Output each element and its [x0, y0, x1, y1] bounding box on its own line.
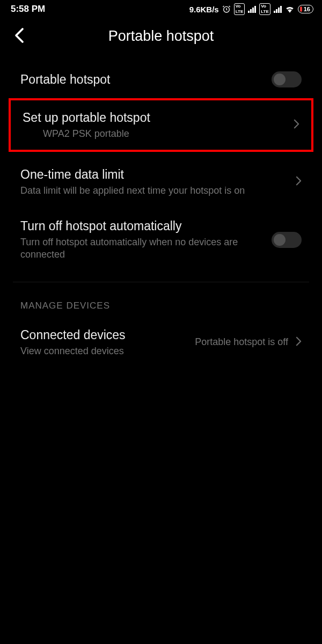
- wifi-icon: [285, 5, 295, 13]
- status-bar: 5:58 PM 9.6KB/s VoLTE VoLTE 16: [0, 0, 322, 18]
- chevron-right-icon: [296, 336, 302, 348]
- chevron-right-icon: [294, 119, 299, 131]
- auto-off-toggle[interactable]: [272, 232, 302, 248]
- portable-hotspot-toggle[interactable]: [272, 71, 302, 87]
- row-data-limit[interactable]: One-time data limit Data limit will be a…: [0, 152, 322, 208]
- volte-badge-2: VoLTE: [259, 3, 270, 15]
- section-manage-devices: MANAGE DEVICES: [0, 282, 322, 317]
- data-limit-sub: Data limit will be applied next time you…: [20, 185, 292, 197]
- signal-icon-1: [248, 5, 256, 13]
- auto-off-label: Turn off hotspot automatically: [20, 218, 272, 234]
- battery-icon: 16: [298, 5, 313, 13]
- connected-devices-label: Connected devices: [20, 327, 195, 343]
- battery-level: 16: [304, 6, 310, 12]
- data-limit-label: One-time data limit: [20, 167, 292, 182]
- row-auto-off[interactable]: Turn off hotspot automatically Turn off …: [0, 208, 322, 272]
- status-speed: 9.6KB/s: [189, 5, 219, 14]
- page-title: Portable hotspot: [11, 28, 311, 45]
- status-time: 5:58 PM: [11, 4, 45, 14]
- auto-off-sub: Turn off hotspot automatically when no d…: [20, 236, 272, 261]
- header: Portable hotspot: [0, 18, 322, 61]
- row-setup-hotspot[interactable]: Set up portable hotspot WPA2 PSK portabl…: [9, 98, 313, 152]
- setup-hotspot-label: Set up portable hotspot: [23, 110, 290, 126]
- signal-icon-2: [274, 5, 282, 13]
- volte-badge-1: VoLTE: [234, 3, 245, 15]
- row-portable-hotspot[interactable]: Portable hotspot: [0, 61, 322, 98]
- connected-devices-value: Portable hotspot is off: [195, 336, 288, 348]
- setup-hotspot-sub: WPA2 PSK portable: [23, 128, 290, 140]
- row-connected-devices[interactable]: Connected devices View connected devices…: [0, 317, 322, 368]
- alarm-icon: [222, 5, 231, 13]
- portable-hotspot-label: Portable hotspot: [20, 72, 272, 87]
- chevron-right-icon: [296, 176, 302, 188]
- status-right: 9.6KB/s VoLTE VoLTE 16: [189, 3, 313, 15]
- back-button[interactable]: [14, 27, 25, 46]
- connected-devices-sub: View connected devices: [20, 345, 195, 357]
